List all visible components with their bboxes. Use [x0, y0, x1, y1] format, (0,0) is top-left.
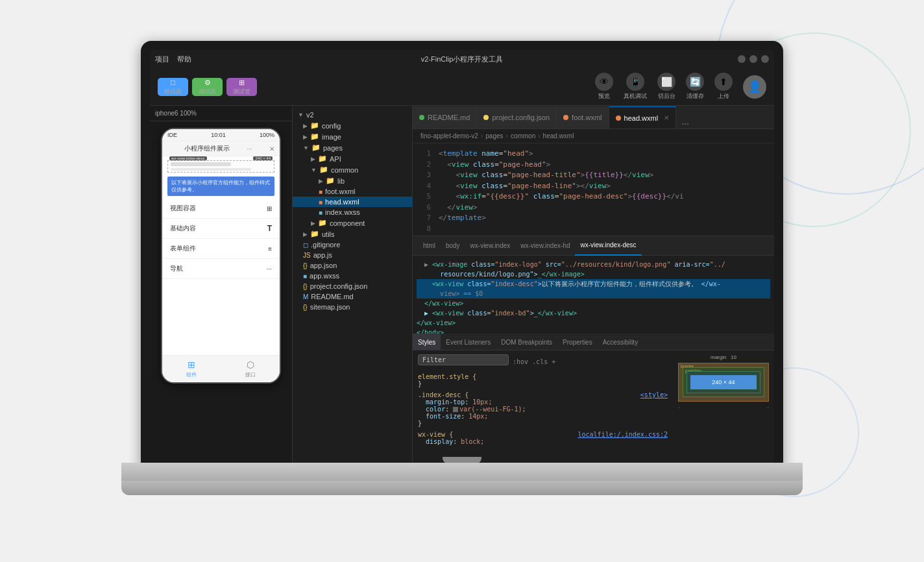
tree-sitemap[interactable]: {} sitemap.json [293, 302, 412, 312]
tree-utils[interactable]: ▶ 📁 utils [293, 228, 412, 239]
tree-readme[interactable]: M README.md [293, 291, 412, 302]
app-js-label: app.js [313, 251, 332, 259]
tab-readme[interactable]: README.md [413, 106, 477, 128]
lib-label: lib [337, 177, 345, 185]
dom-line-4: view> == $0 [417, 289, 770, 299]
tree-head-wxml[interactable]: ■ head.wxml [293, 197, 412, 207]
box-size: 240 × 44 [712, 379, 735, 385]
properties-tab[interactable]: Properties [557, 334, 598, 350]
line-num-4: 4 [413, 181, 431, 192]
index-desc-close: } [418, 420, 422, 427]
phone-time: 10:01 [211, 132, 226, 138]
cut-icon: ⬜ [657, 73, 675, 91]
dom-tab-html[interactable]: html [418, 236, 441, 256]
close-button[interactable] [761, 55, 769, 63]
tree-common[interactable]: ▼ 📁 common [293, 164, 412, 175]
css-val-display: block; [461, 438, 484, 445]
phone-signal: IDE [167, 132, 177, 138]
list-item-3[interactable]: 表单组件 ≡ [162, 239, 280, 259]
config-label: config [322, 122, 341, 130]
event-listeners-tab[interactable]: Event Listeners [441, 334, 496, 350]
menu-item-help[interactable]: 帮助 [177, 55, 191, 64]
minimize-button[interactable] [738, 55, 746, 63]
css-prop-margin-top: margin-top [426, 398, 465, 406]
index-desc-source[interactable]: <style> [640, 391, 668, 398]
head-wxml-tab-dot [616, 116, 621, 121]
dom-tab-wx-view-index[interactable]: wx-view.index [465, 236, 516, 256]
clear-button[interactable]: 🔄 清缓存 [686, 73, 704, 101]
styles-filter[interactable]: Filter [418, 354, 509, 365]
box-model: margin 10 border padding [678, 354, 769, 465]
test-button[interactable]: ⊞ 测试管 [226, 78, 257, 96]
list-item-2[interactable]: 基础内容 T [162, 219, 280, 239]
app-wxss-icon: ■ [303, 273, 307, 280]
preview-button[interactable]: 👁 预览 [595, 73, 613, 101]
dom-tab-wx-view-index-hd[interactable]: wx-view.index-hd [515, 236, 575, 256]
list-item-1[interactable]: 视图容器 ⊞ [162, 199, 280, 219]
phone-title-bar: 小程序组件展示 ··· ✕ [162, 141, 280, 156]
laptop-base [121, 463, 803, 482]
tree-image[interactable]: ▶ 📁 image [293, 131, 412, 142]
simulator-button[interactable]: □ 模拟器 [158, 78, 188, 96]
dom-tab-wx-view-index-desc[interactable]: wx-view.index-desc [575, 236, 641, 256]
simulator-label: 模拟器 [164, 88, 182, 95]
tree-app-wxss[interactable]: ■ app.wxss [293, 271, 412, 281]
styles-tab[interactable]: Styles [413, 334, 441, 350]
api-chevron: ▶ [311, 156, 315, 162]
upload-button[interactable]: ⬆ 上传 [714, 73, 733, 101]
tree-root[interactable]: ▼ v2 [293, 110, 412, 120]
nav-interface[interactable]: ⬡ 接口 [245, 360, 256, 378]
file-tree: ▼ v2 ▶ 📁 config ▶ 📁 image [293, 106, 413, 469]
avatar[interactable]: 👤 [743, 75, 766, 99]
api-label: API [330, 155, 341, 163]
code-editor[interactable]: 1 2 3 4 5 6 7 8 <template name="head"> [413, 143, 774, 236]
tab-project-config[interactable]: project.config.json [477, 106, 557, 128]
phone-close-icon: ✕ [269, 145, 274, 153]
wx-view-source[interactable]: localfile:/.index.css:2 [578, 431, 668, 438]
tree-config[interactable]: ▶ 📁 config [293, 120, 412, 131]
dom-tab-body[interactable]: body [441, 236, 465, 256]
project-config-label: project.config.json [310, 282, 368, 290]
tree-project-config[interactable]: {} project.config.json [293, 281, 412, 291]
foot-wxml-icon: ■ [319, 188, 322, 195]
debugger-button[interactable]: ⚙ 调试器 [192, 78, 223, 96]
dom-tree[interactable]: ▶ <wx-image class="index-logo" src="../r… [413, 256, 774, 334]
tree-component[interactable]: ▶ 📁 component [293, 217, 412, 228]
css-rule-index-desc: .index-desc { <style> margin-top: 10px; … [418, 391, 668, 427]
maximize-button[interactable] [749, 55, 757, 63]
dom-line-5: </wx-view> [417, 299, 770, 308]
image-label: image [322, 133, 341, 141]
tree-index-wxss[interactable]: ■ index.wxss [293, 207, 412, 217]
tree-pages[interactable]: ▼ 📁 pages [293, 142, 412, 153]
api-folder-icon: 📁 [318, 154, 327, 163]
config-folder-icon: 📁 [310, 121, 319, 130]
tab-overflow-button[interactable]: ··· [676, 118, 694, 128]
preview-label: 预览 [598, 92, 610, 101]
phone-status-bar: IDE 10:01 100% [162, 129, 280, 141]
nav-components[interactable]: ⊞ 组件 [186, 360, 197, 378]
dom-breakpoints-tab[interactable]: DOM Breakpoints [496, 334, 557, 350]
breadcrumb-common: common [511, 132, 535, 140]
tree-api[interactable]: ▶ 📁 API [293, 153, 412, 164]
code-content[interactable]: <template name="head"> <view class="page… [436, 143, 774, 236]
tree-foot-wxml[interactable]: ■ foot.wxml [293, 186, 412, 197]
menu-item-project[interactable]: 项目 [155, 55, 169, 64]
tree-app-json[interactable]: {} app.json [293, 260, 412, 271]
dom-line-3[interactable]: <wx-view class="index-desc">以下将展示小程序官方组件… [417, 279, 770, 289]
real-device-button[interactable]: 📱 真机调试 [624, 73, 647, 101]
title-bar: 项目 帮助 v2-FinClip小程序开发工具 [150, 50, 774, 68]
tree-app-js[interactable]: JS app.js [293, 250, 412, 260]
cut-button[interactable]: ⬜ 切后台 [657, 73, 675, 101]
box-content: 240 × 44 [690, 375, 757, 389]
sitemap-label: sitemap.json [310, 303, 350, 311]
tree-lib[interactable]: ▶ 📁 lib [293, 175, 412, 186]
config-chevron: ▶ [303, 123, 308, 129]
tree-gitignore[interactable]: ◻ .gitignore [293, 239, 412, 250]
wx-view-selector: wx-view { [418, 431, 453, 438]
accessibility-tab[interactable]: Accessibility [598, 334, 643, 350]
code-line-7: </template> [439, 213, 772, 224]
head-wxml-tab-close[interactable]: ✕ [664, 114, 669, 121]
tab-head-wxml[interactable]: head.wxml ✕ [609, 106, 677, 128]
tab-foot-wxml[interactable]: foot.wxml [557, 106, 609, 128]
list-item-4[interactable]: 导航 ··· [162, 259, 280, 279]
